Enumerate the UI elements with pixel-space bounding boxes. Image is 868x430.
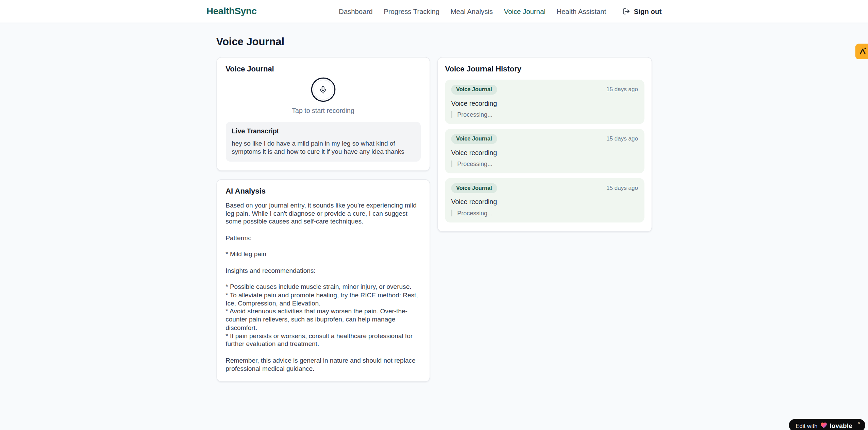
entry-status: Processing... bbox=[451, 210, 638, 217]
lovable-close-icon[interactable]: × bbox=[857, 420, 861, 425]
entry-type-badge: Voice Journal bbox=[451, 85, 497, 95]
log-out-icon bbox=[623, 8, 630, 15]
live-transcript-text: hey so like I do have a mild pain in my … bbox=[232, 139, 415, 156]
entry-header: Voice Journal 15 days ago bbox=[451, 183, 638, 193]
live-transcript-title: Live Transcript bbox=[232, 127, 415, 135]
entry-status: Processing... bbox=[451, 111, 638, 118]
entry-text: Voice recording bbox=[451, 149, 638, 157]
entry-type-badge: Voice Journal bbox=[451, 134, 497, 144]
history-title: Voice Journal History bbox=[445, 65, 644, 73]
record-button[interactable] bbox=[311, 78, 335, 102]
entry-header: Voice Journal 15 days ago bbox=[451, 134, 638, 144]
extension-logo-icon bbox=[858, 47, 867, 56]
entry-text: Voice recording bbox=[451, 198, 638, 206]
voice-recorder-card: Voice Journal Tap to start rec bbox=[216, 57, 430, 171]
lovable-brand-label: lovable bbox=[830, 422, 852, 429]
side-extension-badge[interactable] bbox=[855, 44, 868, 60]
tap-to-record-hint: Tap to start recording bbox=[226, 107, 421, 115]
app-root: HealthSync Dashboard Progress Tracking M… bbox=[0, 0, 868, 430]
brand-logo[interactable]: HealthSync bbox=[206, 6, 256, 17]
sign-out-button[interactable]: Sign out bbox=[623, 7, 662, 15]
history-entries: Voice Journal 15 days ago Voice recordin… bbox=[445, 80, 644, 222]
live-transcript-box: Live Transcript hey so like I do have a … bbox=[226, 122, 421, 162]
nav-item-dashboard[interactable]: Dashboard bbox=[339, 7, 373, 15]
edit-with-lovable-badge[interactable]: Edit with lovable × bbox=[789, 419, 865, 430]
entry-header: Voice Journal 15 days ago bbox=[451, 85, 638, 95]
main-content: Voice Journal Voice Journal bbox=[216, 23, 652, 382]
microphone-icon bbox=[319, 85, 327, 94]
history-entry: Voice Journal 15 days ago Voice recordin… bbox=[445, 129, 644, 173]
ai-analysis-body: Based on your journal entry, it sounds l… bbox=[226, 201, 421, 373]
entry-timestamp: 15 days ago bbox=[606, 86, 638, 93]
topbar-inner: HealthSync Dashboard Progress Tracking M… bbox=[206, 6, 662, 17]
lovable-prefix-label: Edit with bbox=[796, 422, 818, 429]
gradient-heart-icon bbox=[820, 422, 827, 428]
content-grid: Voice Journal Tap to start rec bbox=[216, 57, 652, 382]
top-navigation-bar: HealthSync Dashboard Progress Tracking M… bbox=[0, 0, 868, 23]
nav-item-health-assistant[interactable]: Health Assistant bbox=[556, 7, 606, 15]
sign-out-label: Sign out bbox=[634, 7, 662, 15]
voice-journal-history-card: Voice Journal History Voice Journal 15 d… bbox=[437, 57, 652, 232]
nav-item-meal-analysis[interactable]: Meal Analysis bbox=[451, 7, 493, 15]
entry-status: Processing... bbox=[451, 161, 638, 167]
left-column: Voice Journal Tap to start rec bbox=[216, 57, 430, 382]
nav-item-voice-journal[interactable]: Voice Journal bbox=[504, 7, 546, 15]
recorder-card-title: Voice Journal bbox=[226, 65, 421, 73]
recording-area: Tap to start recording bbox=[226, 78, 421, 115]
page-title: Voice Journal bbox=[216, 23, 652, 48]
history-entry: Voice Journal 15 days ago Voice recordin… bbox=[445, 80, 644, 124]
entry-timestamp: 15 days ago bbox=[606, 135, 638, 142]
entry-type-badge: Voice Journal bbox=[451, 183, 497, 193]
nav-item-progress-tracking[interactable]: Progress Tracking bbox=[384, 7, 439, 15]
history-entry: Voice Journal 15 days ago Voice recordin… bbox=[445, 178, 644, 222]
ai-analysis-title: AI Analysis bbox=[226, 187, 421, 195]
entry-text: Voice recording bbox=[451, 100, 638, 108]
main-nav: Dashboard Progress Tracking Meal Analysi… bbox=[339, 7, 662, 15]
entry-timestamp: 15 days ago bbox=[606, 184, 638, 191]
ai-analysis-card: AI Analysis Based on your journal entry,… bbox=[216, 179, 430, 382]
